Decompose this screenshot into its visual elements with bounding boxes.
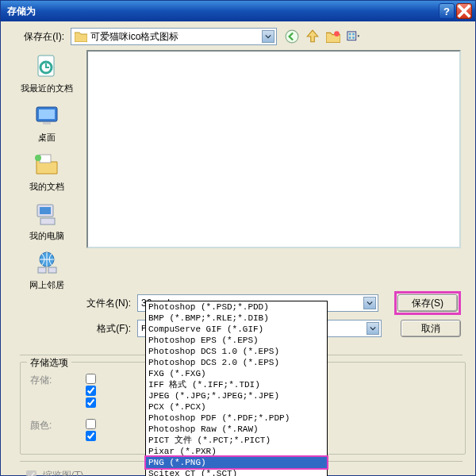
save-as-dialog: 存储为 ? 保存在(I): 可爱猫咪ico格式图标 xyxy=(0,0,476,476)
view-menu-icon[interactable] xyxy=(347,29,361,44)
places-mycomputer[interactable]: 我的电脑 xyxy=(29,201,64,242)
save-button-highlight: 保存(S) xyxy=(394,291,461,315)
svg-point-1 xyxy=(334,31,340,36)
places-mydocs[interactable]: 我的文档 xyxy=(29,152,64,193)
save-button[interactable]: 保存(S) xyxy=(397,294,458,312)
new-folder-icon[interactable] xyxy=(326,29,340,44)
format-option[interactable]: PCX (*.PCX) xyxy=(146,401,327,413)
folder-icon xyxy=(75,31,87,42)
color-label: 颜色: xyxy=(30,419,86,432)
mydocs-icon xyxy=(33,152,60,178)
format-option[interactable]: FXG (*.FXG) xyxy=(146,368,327,379)
format-dropdown-list[interactable]: Photoshop (*.PSD;*.PDD) BMP (*.BMP;*.RLE… xyxy=(145,301,328,476)
format-option[interactable]: Scitex CT (*.SCT) xyxy=(146,468,327,476)
desktop-icon xyxy=(33,102,60,129)
svg-rect-6 xyxy=(352,36,355,39)
format-option[interactable]: CompuServe GIF (*.GIF) xyxy=(146,324,327,335)
svg-rect-18 xyxy=(38,267,46,273)
color-check-2[interactable] xyxy=(86,431,96,441)
format-option[interactable]: Pixar (*.PXR) xyxy=(146,446,327,457)
nav-toolbar xyxy=(285,29,361,44)
chevron-down-icon xyxy=(363,297,376,309)
recent-docs-icon xyxy=(33,53,60,80)
places-sidebar: 我最近的文档 桌面 我的文档 我的电脑 网上邻居 xyxy=(15,50,79,291)
format-option[interactable]: JPEG (*.JPG;*.JPEG;*.JPE) xyxy=(146,390,327,401)
up-icon[interactable] xyxy=(305,29,320,44)
svg-point-0 xyxy=(286,30,298,43)
svg-rect-10 xyxy=(39,109,55,119)
chevron-down-icon xyxy=(262,30,274,43)
close-button[interactable] xyxy=(456,3,472,19)
svg-rect-3 xyxy=(349,33,351,35)
back-icon[interactable] xyxy=(285,29,299,44)
svg-rect-5 xyxy=(349,36,351,39)
svg-rect-4 xyxy=(352,33,355,35)
format-option-selected[interactable]: PNG (*.PNG) xyxy=(146,457,327,468)
titlebar: 存储为 ? xyxy=(1,1,475,21)
svg-rect-12 xyxy=(40,155,51,163)
format-option[interactable]: BMP (*.BMP;*.RLE;*.DIB) xyxy=(146,313,327,324)
svg-rect-2 xyxy=(347,32,356,40)
format-label: 格式(F): xyxy=(82,322,137,336)
chevron-down-icon xyxy=(367,322,379,335)
format-option[interactable]: Photoshop (*.PSD;*.PDD) xyxy=(146,301,327,313)
save-in-value: 可爱猫咪ico格式图标 xyxy=(90,30,178,44)
svg-point-13 xyxy=(35,155,41,161)
help-button[interactable]: ? xyxy=(439,3,455,19)
svg-rect-19 xyxy=(48,267,56,273)
opt-check-1[interactable] xyxy=(86,374,96,384)
places-desktop[interactable]: 桌面 xyxy=(33,102,60,144)
format-option[interactable]: Photoshop DCS 1.0 (*.EPS) xyxy=(146,346,327,357)
places-recent[interactable]: 我最近的文档 xyxy=(21,53,73,94)
format-option[interactable]: Photoshop DCS 2.0 (*.EPS) xyxy=(146,357,327,368)
save-in-combo[interactable]: 可爱猫咪ico格式图标 xyxy=(71,28,277,45)
places-network[interactable]: 网上邻居 xyxy=(29,250,64,291)
svg-rect-15 xyxy=(40,207,51,214)
file-list-pane[interactable] xyxy=(86,50,461,248)
color-check-1[interactable] xyxy=(86,419,96,429)
format-option[interactable]: Photoshop EPS (*.EPS) xyxy=(146,335,327,346)
thumbnail-label: 缩览图(T) xyxy=(43,469,83,476)
opt-check-2[interactable] xyxy=(86,386,96,396)
network-icon xyxy=(33,250,60,277)
storage-label: 存储: xyxy=(30,374,86,387)
opt-check-3[interactable] xyxy=(86,397,96,408)
format-option[interactable]: Photoshop PDF (*.PDF;*.PDP) xyxy=(146,413,327,424)
format-option[interactable]: Photoshop Raw (*.RAW) xyxy=(146,424,327,435)
save-in-label: 保存在(I): xyxy=(15,30,71,44)
computer-icon xyxy=(33,201,60,228)
window-title: 存储为 xyxy=(7,5,437,18)
cancel-button[interactable]: 取消 xyxy=(401,320,461,337)
format-option[interactable]: IFF 格式 (*.IFF;*.TDI) xyxy=(146,379,327,390)
svg-rect-16 xyxy=(40,218,55,225)
filename-label: 文件名(N): xyxy=(82,297,137,310)
svg-rect-11 xyxy=(43,122,51,125)
group-legend: 存储选项 xyxy=(27,356,71,370)
format-option[interactable]: PICT 文件 (*.PCT;*.PICT) xyxy=(146,435,327,446)
thumbnail-checkbox xyxy=(26,470,36,476)
